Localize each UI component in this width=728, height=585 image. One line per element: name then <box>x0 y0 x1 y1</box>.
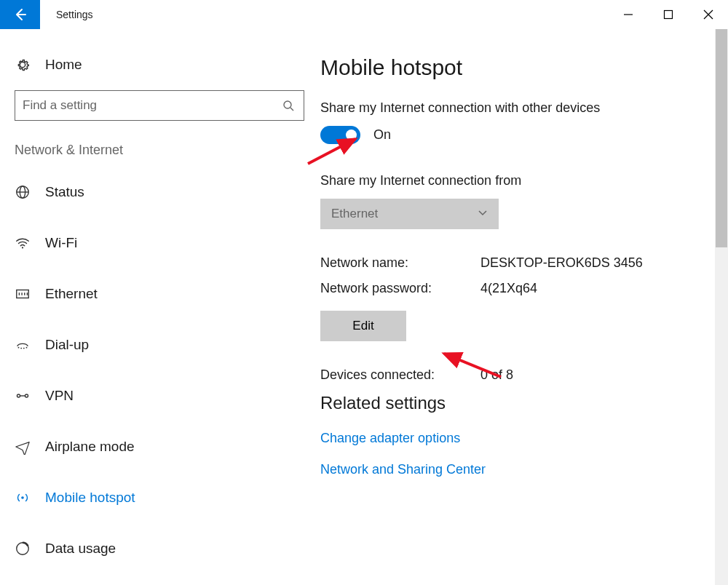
sidebar-home-label: Home <box>45 57 82 73</box>
network-name-value: DESKTOP-EROK6DS 3456 <box>480 255 643 271</box>
sidebar-item-label: Data usage <box>45 541 116 557</box>
sidebar-item-wifi[interactable]: Wi-Fi <box>15 226 291 260</box>
close-button[interactable] <box>688 0 728 29</box>
sidebar-item-label: Wi-Fi <box>45 235 77 251</box>
toggle-knob <box>346 130 357 140</box>
gear-icon <box>15 57 31 73</box>
vpn-icon <box>15 388 31 404</box>
svg-point-20 <box>25 394 28 397</box>
connection-from-dropdown[interactable]: Ethernet <box>320 199 499 229</box>
search-input[interactable]: Find a setting <box>15 90 304 121</box>
title-bar: Settings <box>0 0 728 29</box>
svg-point-17 <box>23 348 25 349</box>
sidebar-item-ethernet[interactable]: Ethernet <box>15 277 291 311</box>
maximize-icon <box>663 9 673 20</box>
devices-value: 0 of 8 <box>480 367 513 383</box>
svg-point-9 <box>22 247 23 248</box>
hotspot-icon <box>15 490 31 506</box>
data-usage-icon <box>15 541 31 557</box>
toggle-state: On <box>373 127 391 143</box>
link-sharing-center[interactable]: Network and Sharing Center <box>320 462 713 477</box>
sidebar-item-airplane[interactable]: Airplane mode <box>15 430 291 463</box>
svg-point-18 <box>26 347 28 349</box>
hotspot-toggle[interactable] <box>320 126 360 144</box>
sidebar-item-dialup[interactable]: Dial-up <box>15 328 291 362</box>
dropdown-value: Ethernet <box>331 207 378 221</box>
wifi-icon <box>15 235 31 251</box>
network-name-label: Network name: <box>320 255 480 271</box>
sidebar-item-label: Mobile hotspot <box>45 490 135 506</box>
devices-label: Devices connected: <box>320 367 480 383</box>
sidebar-item-status[interactable]: Status <box>15 175 291 209</box>
sidebar-category: Network & Internet <box>15 143 291 158</box>
svg-point-16 <box>20 348 22 349</box>
arrow-left-icon <box>13 7 28 22</box>
page-title: Mobile hotspot <box>320 55 713 80</box>
related-heading: Related settings <box>320 393 713 413</box>
edit-button[interactable]: Edit <box>320 311 406 341</box>
svg-point-4 <box>284 101 291 108</box>
chevron-down-icon <box>478 207 488 221</box>
from-label: Share my Internet connection from <box>320 173 713 188</box>
window-title: Settings <box>40 0 608 29</box>
network-password-value: 4(21Xq64 <box>480 281 537 296</box>
sidebar-item-label: Dial-up <box>45 337 89 353</box>
close-icon <box>703 9 713 20</box>
maximize-button[interactable] <box>648 0 688 29</box>
minimize-button[interactable] <box>608 0 648 29</box>
sidebar-item-hotspot[interactable]: Mobile hotspot <box>15 481 291 514</box>
svg-line-5 <box>290 108 293 111</box>
globe-icon <box>15 184 31 200</box>
scrollbar-thumb[interactable] <box>716 29 727 247</box>
link-adapter-options[interactable]: Change adapter options <box>320 431 713 446</box>
search-icon <box>280 98 296 114</box>
sidebar: Home Find a setting Network & Internet S… <box>0 29 306 585</box>
sidebar-item-label: Airplane mode <box>45 439 135 455</box>
share-label: Share my Internet connection with other … <box>320 100 713 116</box>
dialup-icon <box>15 337 31 353</box>
ethernet-icon <box>15 286 31 302</box>
sidebar-item-label: Ethernet <box>45 286 98 302</box>
svg-rect-1 <box>664 11 672 19</box>
svg-point-19 <box>17 394 20 397</box>
sidebar-item-label: Status <box>45 184 84 200</box>
minimize-icon <box>623 9 633 20</box>
sidebar-item-datausage[interactable]: Data usage <box>15 532 291 565</box>
airplane-icon <box>15 439 31 455</box>
search-placeholder: Find a setting <box>23 98 97 113</box>
svg-point-15 <box>18 347 20 349</box>
network-password-label: Network password: <box>320 281 480 296</box>
sidebar-item-vpn[interactable]: VPN <box>15 379 291 413</box>
back-button[interactable] <box>0 0 40 29</box>
svg-point-22 <box>21 496 24 499</box>
sidebar-home[interactable]: Home <box>15 54 291 90</box>
sidebar-item-label: VPN <box>45 388 74 404</box>
main-panel: Mobile hotspot Share my Internet connect… <box>306 29 728 585</box>
